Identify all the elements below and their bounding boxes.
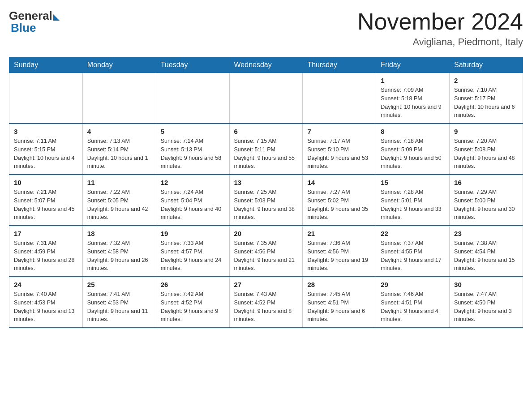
calendar-cell (303, 73, 376, 124)
calendar-cell: 12Sunrise: 7:24 AM Sunset: 5:04 PM Dayli… (156, 175, 229, 226)
day-header-saturday: Saturday (450, 57, 523, 73)
day-number: 12 (161, 179, 225, 186)
day-header-tuesday: Tuesday (156, 57, 229, 73)
calendar-cell: 8Sunrise: 7:18 AM Sunset: 5:09 PM Daylig… (376, 124, 450, 175)
day-info: Sunrise: 7:47 AM Sunset: 4:50 PM Dayligh… (454, 290, 518, 324)
day-number: 6 (234, 128, 298, 135)
day-info: Sunrise: 7:35 AM Sunset: 4:56 PM Dayligh… (234, 239, 298, 273)
day-info: Sunrise: 7:46 AM Sunset: 4:51 PM Dayligh… (381, 290, 445, 324)
calendar-title: November 2024 (357, 9, 523, 34)
logo-blue-text: Blue (11, 21, 36, 35)
calendar-cell: 24Sunrise: 7:40 AM Sunset: 4:53 PM Dayli… (9, 277, 83, 328)
calendar-week-row: 1Sunrise: 7:09 AM Sunset: 5:18 PM Daylig… (9, 73, 523, 124)
day-number: 1 (381, 77, 445, 84)
calendar-cell: 1Sunrise: 7:09 AM Sunset: 5:18 PM Daylig… (376, 73, 450, 124)
calendar-cell (156, 73, 229, 124)
calendar-cell (9, 73, 83, 124)
calendar-cell: 25Sunrise: 7:41 AM Sunset: 4:53 PM Dayli… (82, 277, 156, 328)
logo: General Blue (9, 9, 60, 35)
calendar-cell: 17Sunrise: 7:31 AM Sunset: 4:59 PM Dayli… (9, 226, 83, 277)
day-number: 21 (307, 230, 371, 237)
calendar-cell (82, 73, 156, 124)
calendar-subtitle: Avigliana, Piedmont, Italy (357, 36, 523, 48)
calendar-cell: 27Sunrise: 7:43 AM Sunset: 4:52 PM Dayli… (229, 277, 303, 328)
day-number: 3 (14, 128, 78, 135)
day-number: 8 (381, 128, 445, 135)
day-number: 30 (454, 281, 518, 288)
day-info: Sunrise: 7:29 AM Sunset: 5:00 PM Dayligh… (454, 188, 518, 222)
day-header-thursday: Thursday (303, 57, 376, 73)
day-info: Sunrise: 7:28 AM Sunset: 5:01 PM Dayligh… (381, 188, 445, 222)
day-info: Sunrise: 7:43 AM Sunset: 4:52 PM Dayligh… (234, 290, 298, 324)
day-number: 26 (161, 281, 225, 288)
day-header-wednesday: Wednesday (229, 57, 303, 73)
day-number: 25 (87, 281, 151, 288)
calendar-cell: 20Sunrise: 7:35 AM Sunset: 4:56 PM Dayli… (229, 226, 303, 277)
day-number: 22 (381, 230, 445, 237)
day-info: Sunrise: 7:21 AM Sunset: 5:07 PM Dayligh… (14, 188, 78, 222)
day-info: Sunrise: 7:10 AM Sunset: 5:17 PM Dayligh… (454, 86, 518, 120)
calendar-cell: 14Sunrise: 7:27 AM Sunset: 5:02 PM Dayli… (303, 175, 376, 226)
day-info: Sunrise: 7:13 AM Sunset: 5:14 PM Dayligh… (87, 137, 151, 171)
calendar-week-row: 17Sunrise: 7:31 AM Sunset: 4:59 PM Dayli… (9, 226, 523, 277)
day-info: Sunrise: 7:40 AM Sunset: 4:53 PM Dayligh… (14, 290, 78, 324)
day-info: Sunrise: 7:31 AM Sunset: 4:59 PM Dayligh… (14, 239, 78, 273)
day-header-sunday: Sunday (9, 57, 83, 73)
day-info: Sunrise: 7:42 AM Sunset: 4:52 PM Dayligh… (161, 290, 225, 324)
day-number: 19 (161, 230, 225, 237)
calendar-cell: 23Sunrise: 7:38 AM Sunset: 4:54 PM Dayli… (450, 226, 523, 277)
day-header-monday: Monday (82, 57, 156, 73)
calendar-table: SundayMondayTuesdayWednesdayThursdayFrid… (9, 57, 523, 328)
calendar-cell: 9Sunrise: 7:20 AM Sunset: 5:08 PM Daylig… (450, 124, 523, 175)
day-info: Sunrise: 7:45 AM Sunset: 4:51 PM Dayligh… (307, 290, 371, 324)
calendar-cell: 4Sunrise: 7:13 AM Sunset: 5:14 PM Daylig… (82, 124, 156, 175)
day-info: Sunrise: 7:11 AM Sunset: 5:15 PM Dayligh… (14, 137, 78, 171)
calendar-cell (229, 73, 303, 124)
calendar-cell: 5Sunrise: 7:14 AM Sunset: 5:13 PM Daylig… (156, 124, 229, 175)
calendar-cell: 10Sunrise: 7:21 AM Sunset: 5:07 PM Dayli… (9, 175, 83, 226)
day-number: 7 (307, 128, 371, 135)
day-number: 2 (454, 77, 518, 84)
calendar-cell: 13Sunrise: 7:25 AM Sunset: 5:03 PM Dayli… (229, 175, 303, 226)
day-number: 10 (14, 179, 78, 186)
calendar-cell: 28Sunrise: 7:45 AM Sunset: 4:51 PM Dayli… (303, 277, 376, 328)
day-info: Sunrise: 7:33 AM Sunset: 4:57 PM Dayligh… (161, 239, 225, 273)
day-number: 23 (454, 230, 518, 237)
title-area: November 2024 Avigliana, Piedmont, Italy (357, 9, 523, 48)
day-number: 20 (234, 230, 298, 237)
day-number: 18 (87, 230, 151, 237)
day-number: 13 (234, 179, 298, 186)
calendar-cell: 6Sunrise: 7:15 AM Sunset: 5:11 PM Daylig… (229, 124, 303, 175)
day-info: Sunrise: 7:22 AM Sunset: 5:05 PM Dayligh… (87, 188, 151, 222)
calendar-cell: 19Sunrise: 7:33 AM Sunset: 4:57 PM Dayli… (156, 226, 229, 277)
calendar-cell: 3Sunrise: 7:11 AM Sunset: 5:15 PM Daylig… (9, 124, 83, 175)
day-number: 28 (307, 281, 371, 288)
logo-arrow-icon (53, 14, 60, 21)
day-info: Sunrise: 7:20 AM Sunset: 5:08 PM Dayligh… (454, 137, 518, 171)
day-info: Sunrise: 7:24 AM Sunset: 5:04 PM Dayligh… (161, 188, 225, 222)
day-number: 27 (234, 281, 298, 288)
day-info: Sunrise: 7:38 AM Sunset: 4:54 PM Dayligh… (454, 239, 518, 273)
calendar-week-row: 10Sunrise: 7:21 AM Sunset: 5:07 PM Dayli… (9, 175, 523, 226)
calendar-cell: 22Sunrise: 7:37 AM Sunset: 4:55 PM Dayli… (376, 226, 450, 277)
day-info: Sunrise: 7:14 AM Sunset: 5:13 PM Dayligh… (161, 137, 225, 171)
day-info: Sunrise: 7:37 AM Sunset: 4:55 PM Dayligh… (381, 239, 445, 273)
day-info: Sunrise: 7:09 AM Sunset: 5:18 PM Dayligh… (381, 86, 445, 120)
calendar-cell: 29Sunrise: 7:46 AM Sunset: 4:51 PM Dayli… (376, 277, 450, 328)
calendar-week-row: 24Sunrise: 7:40 AM Sunset: 4:53 PM Dayli… (9, 277, 523, 328)
day-info: Sunrise: 7:36 AM Sunset: 4:56 PM Dayligh… (307, 239, 371, 273)
day-number: 14 (307, 179, 371, 186)
calendar-header-row: SundayMondayTuesdayWednesdayThursdayFrid… (9, 57, 523, 73)
day-info: Sunrise: 7:32 AM Sunset: 4:58 PM Dayligh… (87, 239, 151, 273)
calendar-cell: 15Sunrise: 7:28 AM Sunset: 5:01 PM Dayli… (376, 175, 450, 226)
day-number: 17 (14, 230, 78, 237)
day-number: 24 (14, 281, 78, 288)
calendar-cell: 7Sunrise: 7:17 AM Sunset: 5:10 PM Daylig… (303, 124, 376, 175)
calendar-cell: 30Sunrise: 7:47 AM Sunset: 4:50 PM Dayli… (450, 277, 523, 328)
day-number: 4 (87, 128, 151, 135)
page-header: General Blue November 2024 Avigliana, Pi… (9, 9, 523, 48)
day-info: Sunrise: 7:15 AM Sunset: 5:11 PM Dayligh… (234, 137, 298, 171)
day-info: Sunrise: 7:27 AM Sunset: 5:02 PM Dayligh… (307, 188, 371, 222)
day-number: 15 (381, 179, 445, 186)
day-info: Sunrise: 7:41 AM Sunset: 4:53 PM Dayligh… (87, 290, 151, 324)
